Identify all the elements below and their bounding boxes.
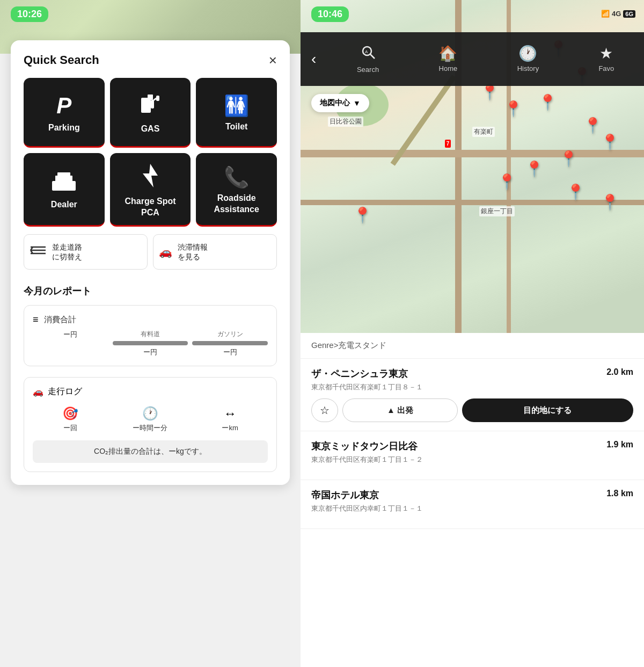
roadside-icon: 📞 xyxy=(224,167,249,187)
svg-rect-8 xyxy=(69,183,74,190)
nav-search[interactable]: A Search xyxy=(346,40,390,78)
map-pin-9[interactable]: 📍 xyxy=(525,160,544,178)
time-col: 🕐 ー時間ー分 xyxy=(113,406,188,433)
map-pin-5[interactable]: 📍 xyxy=(538,93,557,111)
distance-icon: ↔ xyxy=(192,406,268,421)
toilet-label: Toilet xyxy=(225,121,247,133)
drive-log-card: 🚗 走行ログ 🎯 ー回 🕐 ー時間ー分 ↔ ーkm CO₂排出量の合計は、ーk xyxy=(24,377,277,472)
map-label-yurakucho: 有楽町 xyxy=(472,127,495,137)
gas-cost-label: ガソリン xyxy=(192,330,268,339)
left-time: 10:26 xyxy=(11,6,48,22)
quick-search-header: Quick Search × xyxy=(24,53,277,67)
map-pin-7[interactable]: 📍 xyxy=(601,133,619,151)
map-label-park: 日比谷公園 xyxy=(328,117,363,127)
right-time: 10:46 xyxy=(311,6,349,22)
lte-badge: 6G xyxy=(623,10,635,18)
results-section: Genre>充電スタンド ザ・ペニンシュラ東京 2.0 km 東京都千代田区有楽… xyxy=(301,333,644,667)
parallel-road-button[interactable]: 並走道路に切替え xyxy=(24,234,148,270)
charge-label: Charge Spot PCA xyxy=(115,196,186,219)
charge-spot-button[interactable]: Charge Spot PCA xyxy=(110,153,191,227)
parallel-road-label: 並走道路に切替え xyxy=(52,242,82,262)
network-type: 4G xyxy=(612,10,621,18)
map-pin-11[interactable]: 📍 xyxy=(566,183,585,201)
co2-bar: CO₂排出量の合計は、ーkgです。 xyxy=(33,440,268,463)
drive-log-columns: 🎯 ー回 🕐 ー時間ー分 ↔ ーkm xyxy=(33,406,268,433)
svg-rect-6 xyxy=(54,183,58,190)
result-item-1: ザ・ペニンシュラ東京 2.0 km 東京都千代田区有楽町１丁目８－１ ☆ ▲ 出… xyxy=(301,359,644,431)
dealer-button[interactable]: Dealer xyxy=(24,153,105,227)
destination-button-1[interactable]: 目的地にする xyxy=(462,398,633,422)
map-center-label: 地図中心 xyxy=(320,98,350,108)
gas-cost-value: ー円 xyxy=(192,347,268,357)
search-icon: A xyxy=(361,45,376,63)
consumption-row: ≡ 消費合計 xyxy=(33,314,268,325)
map-pin-12[interactable]: 📍 xyxy=(601,193,619,211)
svg-rect-2 xyxy=(148,95,153,100)
quick-search-grid: P Parking GAS 🚻 Toil xyxy=(24,78,277,227)
trips-col: 🎯 ー回 xyxy=(33,406,108,433)
report-title: 今月のレポート xyxy=(24,285,277,298)
tolls-bar xyxy=(113,341,188,345)
signal-strength: 📶 xyxy=(601,10,610,18)
seven-eleven-icon: 7 xyxy=(445,140,451,148)
gas-icon xyxy=(140,93,160,118)
parking-label: Parking xyxy=(48,122,80,134)
tolls-value: ー円 xyxy=(113,347,188,357)
nav-favorites[interactable]: ★ Favo xyxy=(588,40,625,78)
map-center-dropdown[interactable]: 地図中心 ▼ xyxy=(311,94,369,112)
result-addr-1: 東京都千代田区有楽町１丁目８－１ xyxy=(311,382,633,392)
quick-search-bottom-buttons: 並走道路に切替え 🚗 渋滞情報を見る xyxy=(24,234,277,270)
favorites-label: Favo xyxy=(598,64,614,73)
map-pin-8[interactable]: 📍 xyxy=(559,150,578,168)
charge-icon xyxy=(143,164,158,191)
result-name-3: 帝国ホテル東京 xyxy=(311,489,379,502)
quick-search-panel: Quick Search × P Parking xyxy=(11,40,290,485)
back-button[interactable]: ‹ xyxy=(301,50,327,68)
distance-value: ーkm xyxy=(192,423,268,433)
parking-button[interactable]: P Parking xyxy=(24,78,105,148)
home-label: Home xyxy=(439,64,458,73)
toilet-button[interactable]: 🚻 Toilet xyxy=(196,78,277,148)
dealer-icon xyxy=(52,171,76,194)
gas-bar xyxy=(192,341,268,345)
result-top-2: 東京ミッドタウン日比谷 1.9 km xyxy=(311,440,633,453)
result-top-1: ザ・ペニンシュラ東京 2.0 km xyxy=(311,367,633,380)
result-dist-2: 1.9 km xyxy=(606,440,633,450)
history-label: History xyxy=(517,64,539,73)
svg-marker-11 xyxy=(143,164,158,187)
time-value: ー時間ー分 xyxy=(113,423,188,433)
result-item-3: 帝国ホテル東京 1.8 km 東京都千代田区内幸町１丁目１－１ xyxy=(301,480,644,529)
search-label: Search xyxy=(357,66,379,74)
clock-icon: 🕐 xyxy=(113,406,188,421)
consumption-card: ≡ 消費合計 ー円 有料道 ー円 ガソリン ー円 xyxy=(24,305,277,366)
star-button-1[interactable]: ☆ xyxy=(311,398,338,422)
gas-button[interactable]: GAS xyxy=(110,78,191,148)
consumption-label: 消費合計 xyxy=(44,315,76,325)
roadside-button[interactable]: 📞 Roadside Assistance xyxy=(196,153,277,227)
signal-bar: 📶 4G 6G xyxy=(601,10,635,18)
traffic-info-button[interactable]: 🚗 渋滞情報を見る xyxy=(153,234,277,270)
result-dist-1: 2.0 km xyxy=(606,367,633,377)
result-dist-3: 1.8 km xyxy=(606,489,633,498)
distance-col: ↔ ーkm xyxy=(192,406,268,433)
nav-history[interactable]: 🕐 History xyxy=(507,40,550,78)
traffic-label: 渋滞情報を見る xyxy=(178,242,208,262)
svg-rect-0 xyxy=(141,98,151,113)
tolls-col: 有料道 ー円 xyxy=(113,330,188,357)
parking-icon: P xyxy=(56,95,71,117)
close-button[interactable]: × xyxy=(269,53,277,67)
depart-button-1[interactable]: ▲ 出発 xyxy=(342,398,458,422)
map-pin-6[interactable]: 📍 xyxy=(583,117,602,134)
map-pin-13[interactable]: 📍 xyxy=(353,206,372,224)
map-pin-10[interactable]: 📍 xyxy=(497,173,516,191)
nav-home[interactable]: 🏠 Home xyxy=(428,40,468,78)
tolls-label: 有料道 xyxy=(113,330,188,339)
result-addr-2: 東京都千代田区有楽町１丁目１－２ xyxy=(311,455,633,465)
genre-label: Genre>充電スタンド xyxy=(301,333,644,359)
dropdown-arrow: ▼ xyxy=(353,99,361,107)
svg-line-18 xyxy=(370,54,375,59)
map-pin-4[interactable]: 📍 xyxy=(504,100,523,118)
roadside-label: Roadside Assistance xyxy=(201,193,272,215)
report-section: 今月のレポート ≡ 消費合計 ー円 有料道 ー円 ガソリン xyxy=(24,285,277,366)
co2-text: CO₂排出量の合計は、ーkgです。 xyxy=(94,447,207,455)
